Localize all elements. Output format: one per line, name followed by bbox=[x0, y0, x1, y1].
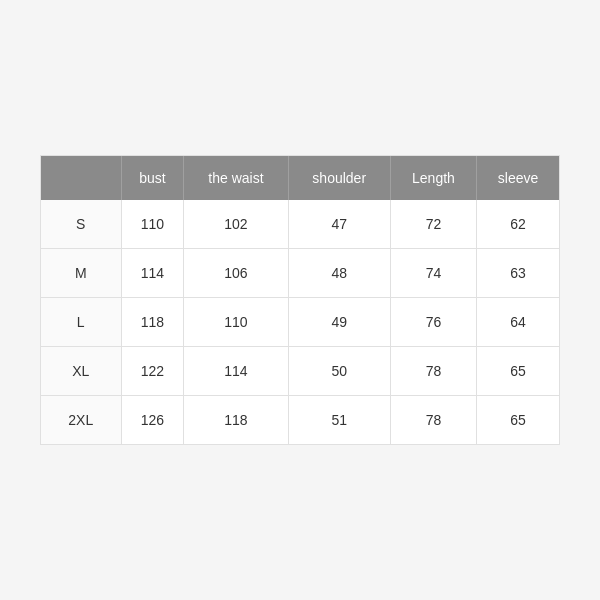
cell-size: 2XL bbox=[41, 396, 121, 445]
cell-waist: 102 bbox=[184, 200, 288, 249]
cell-length: 74 bbox=[390, 249, 476, 298]
cell-sleeve: 65 bbox=[477, 347, 559, 396]
cell-shoulder: 47 bbox=[288, 200, 390, 249]
cell-waist: 114 bbox=[184, 347, 288, 396]
table-row: M114106487463 bbox=[41, 249, 559, 298]
cell-waist: 118 bbox=[184, 396, 288, 445]
cell-size: XL bbox=[41, 347, 121, 396]
size-chart-table: bust the waist shoulder Length sleeve S1… bbox=[41, 156, 559, 444]
table-header-row: bust the waist shoulder Length sleeve bbox=[41, 156, 559, 200]
cell-sleeve: 62 bbox=[477, 200, 559, 249]
table-row: S110102477262 bbox=[41, 200, 559, 249]
table-row: XL122114507865 bbox=[41, 347, 559, 396]
header-sleeve: sleeve bbox=[477, 156, 559, 200]
cell-sleeve: 65 bbox=[477, 396, 559, 445]
cell-length: 78 bbox=[390, 347, 476, 396]
header-bust: bust bbox=[121, 156, 184, 200]
cell-bust: 126 bbox=[121, 396, 184, 445]
cell-length: 76 bbox=[390, 298, 476, 347]
cell-shoulder: 48 bbox=[288, 249, 390, 298]
cell-sleeve: 63 bbox=[477, 249, 559, 298]
cell-size: L bbox=[41, 298, 121, 347]
cell-bust: 118 bbox=[121, 298, 184, 347]
cell-size: M bbox=[41, 249, 121, 298]
cell-length: 78 bbox=[390, 396, 476, 445]
size-chart-container: bust the waist shoulder Length sleeve S1… bbox=[40, 155, 560, 445]
cell-length: 72 bbox=[390, 200, 476, 249]
cell-shoulder: 50 bbox=[288, 347, 390, 396]
cell-bust: 110 bbox=[121, 200, 184, 249]
cell-bust: 114 bbox=[121, 249, 184, 298]
cell-sleeve: 64 bbox=[477, 298, 559, 347]
cell-waist: 110 bbox=[184, 298, 288, 347]
header-length: Length bbox=[390, 156, 476, 200]
header-shoulder: shoulder bbox=[288, 156, 390, 200]
cell-waist: 106 bbox=[184, 249, 288, 298]
table-row: L118110497664 bbox=[41, 298, 559, 347]
cell-shoulder: 49 bbox=[288, 298, 390, 347]
cell-shoulder: 51 bbox=[288, 396, 390, 445]
table-row: 2XL126118517865 bbox=[41, 396, 559, 445]
header-size bbox=[41, 156, 121, 200]
cell-bust: 122 bbox=[121, 347, 184, 396]
cell-size: S bbox=[41, 200, 121, 249]
header-waist: the waist bbox=[184, 156, 288, 200]
